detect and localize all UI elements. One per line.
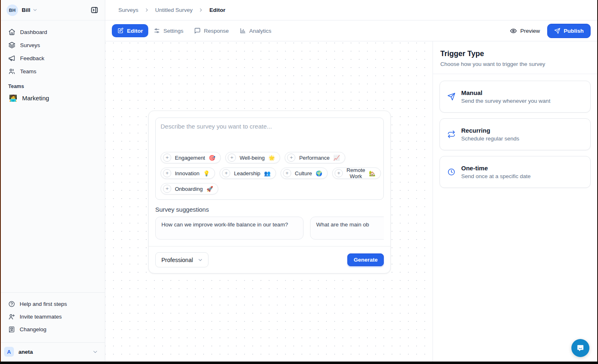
sidebar-spacer xyxy=(1,104,105,292)
team-label: Marketing xyxy=(22,95,49,102)
preview-button[interactable]: Preview xyxy=(510,27,540,34)
sidebar-item-surveys[interactable]: Surveys xyxy=(5,38,101,52)
org-avatar: BH xyxy=(7,5,18,16)
plus-icon: + xyxy=(228,154,236,162)
topic-chip-innovation[interactable]: + Innovation 💡 xyxy=(161,167,215,179)
sidebar-item-label: Invite teammates xyxy=(20,314,62,320)
breadcrumb-editor: Editor xyxy=(209,7,225,13)
topic-emoji: 💡 xyxy=(203,170,210,176)
user-menu[interactable]: A aneta xyxy=(1,342,105,362)
survey-prompt-box: + Engagement 🎯 + Well-being 🌟 xyxy=(155,118,384,200)
topic-chip-leadership[interactable]: + Leadership 👥 xyxy=(220,167,276,179)
trigger-panel: Trigger Type Choose how you want to trig… xyxy=(433,41,597,362)
tab-editor[interactable]: Editor xyxy=(112,24,148,37)
sidebar-item-label: Dashboard xyxy=(20,29,47,35)
survey-prompt-input[interactable] xyxy=(161,123,378,152)
tabbar: Editor Settings Response Analytics xyxy=(105,20,597,41)
sidebar-item-help[interactable]: Help and first steps xyxy=(5,298,101,310)
topic-emoji: 🌟 xyxy=(268,155,275,161)
send-icon xyxy=(554,28,560,34)
clock-icon xyxy=(447,168,455,176)
chevron-down-icon xyxy=(92,349,102,355)
trigger-panel-header: Trigger Type Choose how you want to trig… xyxy=(433,41,597,74)
trigger-panel-subtitle: Choose how you want to trigger the surve… xyxy=(440,61,590,67)
sidebar-nav: Dashboard Surveys Feedback Teams xyxy=(1,20,105,104)
topic-chip-culture[interactable]: + Culture 🌍 xyxy=(281,167,328,179)
topic-emoji: 🌍 xyxy=(316,170,322,176)
workspace-switcher[interactable]: BH Bill xyxy=(1,0,105,20)
tab-label: Settings xyxy=(163,28,183,34)
users-icon xyxy=(8,68,16,75)
home-icon xyxy=(8,28,16,36)
chevron-right-icon xyxy=(198,7,204,13)
trigger-option-description: Send once at a specific date xyxy=(461,173,531,179)
chevron-right-icon xyxy=(144,7,150,13)
sidebar: BH Bill Dashboard Surveys xyxy=(1,0,105,362)
trigger-options: Manual Send the survey whenever you want… xyxy=(433,74,597,194)
org-name: Bill xyxy=(22,7,30,13)
sidebar-item-label: Changelog xyxy=(20,326,46,332)
suggestions-title: Survey suggestions xyxy=(155,206,384,213)
plus-icon: + xyxy=(163,154,171,162)
survey-generator-card: + Engagement 🎯 + Well-being 🌟 xyxy=(148,111,391,274)
topic-chip-well-being[interactable]: + Well-being 🌟 xyxy=(225,152,280,163)
trigger-panel-title: Trigger Type xyxy=(440,50,590,58)
team-emoji: 🧑‍💻 xyxy=(9,94,17,102)
topic-chip-remote-work[interactable]: + Remote Work 🏡 xyxy=(332,167,381,179)
trigger-option-manual[interactable]: Manual Send the survey whenever you want xyxy=(439,81,591,113)
sidebar-item-invite[interactable]: Invite teammates xyxy=(5,310,101,323)
help-circle-icon xyxy=(8,301,15,307)
user-name: aneta xyxy=(18,349,33,355)
topic-emoji: 👥 xyxy=(264,170,271,176)
megaphone-icon xyxy=(8,54,16,62)
suggestion-card[interactable]: What are the main ob xyxy=(310,217,384,240)
tone-selected-value: Professional xyxy=(161,257,193,263)
topic-chip-performance[interactable]: + Performance 📈 xyxy=(285,152,345,163)
tab-response[interactable]: Response xyxy=(189,24,234,37)
publish-button[interactable]: Publish xyxy=(547,24,591,38)
publish-label: Publish xyxy=(564,28,584,34)
topic-chip-onboarding[interactable]: + Onboarding 🚀 xyxy=(161,183,218,194)
tab-label: Editor xyxy=(127,28,143,34)
generate-button[interactable]: Generate xyxy=(347,253,384,266)
sidebar-item-dashboard[interactable]: Dashboard xyxy=(5,25,101,38)
sliders-icon xyxy=(154,27,160,34)
sidebar-item-teams[interactable]: Teams xyxy=(5,65,101,78)
plus-icon: + xyxy=(335,169,343,177)
trigger-option-description: Send the survey whenever you want xyxy=(461,98,550,104)
trigger-option-title: One-time xyxy=(461,165,531,172)
trigger-option-recurring[interactable]: Recurring Schedule regular sends xyxy=(439,118,591,150)
chevron-down-icon xyxy=(32,7,38,13)
topic-emoji: 🎯 xyxy=(209,155,215,161)
plus-icon: + xyxy=(163,185,171,193)
editor-canvas[interactable]: + Engagement 🎯 + Well-being 🌟 xyxy=(105,41,433,362)
trigger-option-one-time[interactable]: One-time Send once at a specific date xyxy=(439,156,591,188)
app-window: BH Bill Dashboard Surveys xyxy=(1,0,597,362)
sidebar-item-changelog[interactable]: Changelog xyxy=(5,323,101,336)
suggestion-card[interactable]: How can we improve work-life balance in … xyxy=(155,217,304,240)
trigger-option-title: Recurring xyxy=(461,127,519,134)
breadcrumb-surveys[interactable]: Surveys xyxy=(118,7,138,13)
breadcrumb-untitled-survey[interactable]: Untitled Survey xyxy=(155,7,193,13)
tab-settings[interactable]: Settings xyxy=(148,24,189,37)
editor-content: + Engagement 🎯 + Well-being 🌟 xyxy=(105,41,597,362)
topic-chip-engagement[interactable]: + Engagement 🎯 xyxy=(161,152,221,163)
sidebar-footer-nav: Help and first steps Invite teammates Ch… xyxy=(1,292,105,339)
window-edge-left xyxy=(0,0,1,364)
chat-square-icon xyxy=(194,27,201,34)
tabbar-actions: Preview Publish xyxy=(510,24,591,38)
plus-icon: + xyxy=(283,169,291,177)
bar-chart-icon xyxy=(240,27,246,34)
chat-launcher-button[interactable] xyxy=(571,339,589,357)
tone-select[interactable]: Professional xyxy=(155,252,208,267)
sidebar-item-label: Help and first steps xyxy=(20,301,67,307)
collapse-sidebar-icon[interactable] xyxy=(89,5,100,16)
sidebar-item-feedback[interactable]: Feedback xyxy=(5,52,101,65)
tab-label: Analytics xyxy=(249,28,272,34)
chat-bubble-icon xyxy=(576,344,585,353)
tab-label: Response xyxy=(204,28,229,34)
sidebar-item-team-marketing[interactable]: 🧑‍💻 Marketing xyxy=(5,92,101,104)
send-icon xyxy=(447,93,455,101)
plus-icon: + xyxy=(163,169,171,177)
tab-analytics[interactable]: Analytics xyxy=(234,24,277,37)
